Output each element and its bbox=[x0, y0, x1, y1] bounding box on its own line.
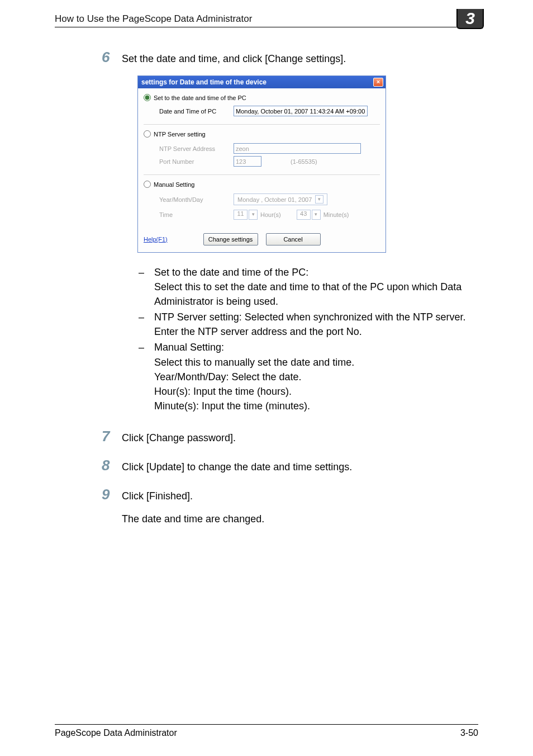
bullet-3-head: Manual Setting: bbox=[154, 342, 224, 353]
ntp-addr-label: NTP Server Address bbox=[159, 145, 229, 152]
cancel-button[interactable]: Cancel bbox=[266, 233, 321, 245]
bullet-3-l3: Hour(s): Input the time (hours). bbox=[154, 386, 292, 397]
manual-date-picker[interactable]: Monday , October 01, 2007 ▾ bbox=[234, 193, 327, 205]
footer-right: 3-50 bbox=[460, 728, 478, 738]
step-9-result: The date and time are changed. bbox=[122, 513, 264, 525]
chapter-tab: 3 bbox=[456, 9, 484, 29]
step-9-text: Click [Finished]. bbox=[122, 490, 193, 502]
manual-date-value: Monday , October 01, 2007 bbox=[237, 196, 312, 203]
step-8-text: Click [Update] to change the date and ti… bbox=[122, 460, 352, 475]
datetime-settings-dialog: settings for Date and time of the device… bbox=[137, 75, 386, 253]
close-icon[interactable]: × bbox=[373, 78, 383, 87]
minute-field[interactable]: 43 bbox=[297, 210, 311, 220]
bullet-3-l2: Year/Month/Day: Select the date. bbox=[154, 371, 302, 382]
hour-dropdown-icon[interactable]: ▾ bbox=[249, 210, 258, 220]
manual-date-label: Year/Month/Day bbox=[159, 196, 229, 203]
ntp-port-label: Port Number bbox=[159, 158, 229, 165]
radio-ntp[interactable]: NTP Server setting bbox=[144, 130, 380, 138]
change-settings-button[interactable]: Change settings bbox=[203, 233, 258, 245]
step-9-number: 9 bbox=[102, 486, 122, 503]
bullet-3-l1: Select this to manually set the date and… bbox=[154, 357, 354, 368]
radio-ntp-label: NTP Server setting bbox=[154, 131, 206, 138]
radio-ntp-input[interactable] bbox=[144, 130, 151, 138]
help-link[interactable]: Help(F1) bbox=[144, 236, 168, 243]
header-title: How to Use the PageScope Data Administra… bbox=[55, 13, 252, 25]
bullet-1-body: Select this to set the date and time to … bbox=[154, 281, 461, 307]
hour-unit: Hour(s) bbox=[260, 211, 281, 218]
bullet-dash: – bbox=[137, 310, 154, 339]
radio-pc-label: Set to the date and time of the PC bbox=[154, 94, 246, 101]
ntp-port-range: (1-65535) bbox=[291, 158, 317, 165]
ntp-port-field[interactable] bbox=[234, 156, 261, 167]
bullet-3-l4: Minute(s): Input the time (minutes). bbox=[154, 400, 310, 412]
footer-left: PageScope Data Administrator bbox=[55, 728, 177, 738]
radio-set-pc-time[interactable]: Set to the date and time of the PC bbox=[144, 94, 380, 101]
minute-dropdown-icon[interactable]: ▾ bbox=[312, 210, 321, 220]
radio-manual-label: Manual Setting bbox=[154, 181, 194, 188]
dialog-title: settings for Date and time of the device bbox=[141, 78, 266, 86]
step-7-number: 7 bbox=[102, 428, 122, 445]
radio-pc-input[interactable] bbox=[144, 94, 151, 101]
step-8-number: 8 bbox=[102, 457, 122, 474]
pc-datetime-label: Date and Time of PC bbox=[159, 108, 229, 115]
radio-manual-input[interactable] bbox=[144, 181, 151, 188]
step-6-number: 6 bbox=[102, 49, 122, 66]
manual-time-label: Time bbox=[159, 211, 229, 218]
bullet-1-head: Set to the date and time of the PC: bbox=[154, 267, 308, 278]
minute-unit: Minute(s) bbox=[323, 211, 349, 218]
step-7-text: Click [Change password]. bbox=[122, 431, 236, 446]
bullet-dash: – bbox=[137, 340, 154, 413]
pc-datetime-field bbox=[234, 106, 368, 116]
chevron-down-icon[interactable]: ▾ bbox=[315, 195, 323, 204]
bullet-2: NTP Server setting: Selected when synchr… bbox=[154, 310, 478, 339]
ntp-addr-field[interactable] bbox=[234, 143, 361, 154]
dialog-titlebar: settings for Date and time of the device… bbox=[138, 76, 386, 88]
step-6-text: Set the date and time, and click [Change… bbox=[122, 51, 346, 67]
radio-manual[interactable]: Manual Setting bbox=[144, 181, 380, 188]
bullet-dash: – bbox=[137, 265, 154, 309]
hour-field[interactable]: 11 bbox=[234, 210, 248, 220]
